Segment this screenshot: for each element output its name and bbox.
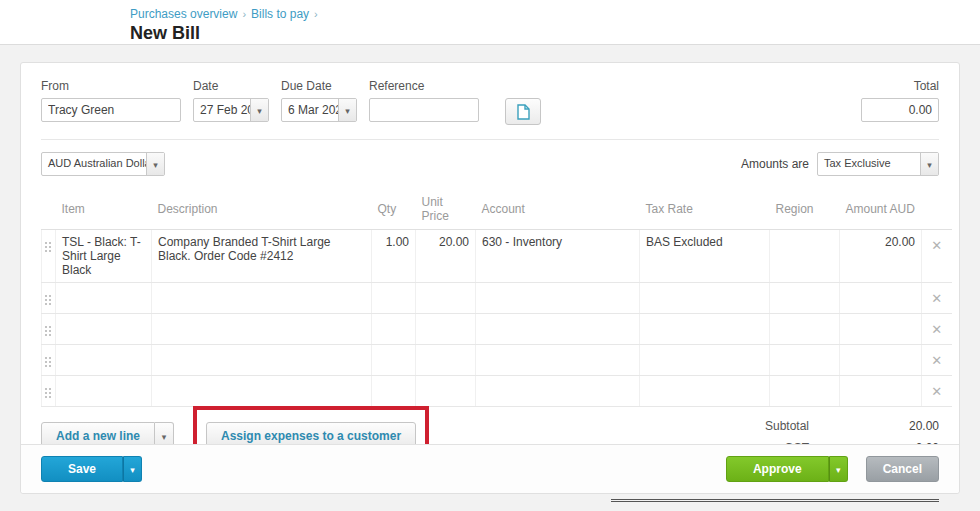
cell-item[interactable]: TSL - Black: T-Shirt Large Black xyxy=(56,230,152,283)
cell-qty[interactable] xyxy=(372,314,416,345)
chevron-down-icon xyxy=(345,103,350,117)
cell-region[interactable] xyxy=(770,376,840,407)
drag-handle-icon[interactable] xyxy=(44,356,51,367)
col-amount-aud: Amount AUD xyxy=(840,189,922,230)
cell-amount[interactable] xyxy=(840,376,922,407)
drag-handle-icon[interactable] xyxy=(44,241,51,252)
attach-file-button[interactable] xyxy=(505,98,541,125)
amounts-are-select[interactable]: Tax Exclusive xyxy=(817,152,939,176)
cell-qty[interactable]: 1.00 xyxy=(372,230,416,283)
col-tax-rate: Tax Rate xyxy=(640,189,770,230)
cell-amount[interactable] xyxy=(840,314,922,345)
cell-item[interactable] xyxy=(56,283,152,314)
date-input[interactable]: 27 Feb 2023 xyxy=(193,98,269,122)
drag-handle-icon[interactable] xyxy=(44,325,51,336)
document-icon xyxy=(517,104,530,120)
breadcrumb-bills-to-pay[interactable]: Bills to pay xyxy=(251,7,309,21)
cell-item[interactable] xyxy=(56,314,152,345)
amounts-are-label: Amounts are xyxy=(741,157,809,171)
cell-amount[interactable]: 20.00 xyxy=(840,230,922,283)
save-button[interactable]: Save xyxy=(41,456,123,482)
total-input[interactable] xyxy=(861,98,939,122)
due-date-dropdown-button[interactable] xyxy=(338,99,356,121)
table-row[interactable] xyxy=(42,345,952,376)
cell-qty[interactable] xyxy=(372,345,416,376)
cell-description[interactable] xyxy=(152,376,372,407)
reference-label: Reference xyxy=(369,79,479,93)
cancel-button[interactable]: Cancel xyxy=(866,456,939,482)
chevron-down-icon xyxy=(257,103,262,117)
cell-account[interactable]: 630 - Inventory xyxy=(476,230,640,283)
new-bill-panel: From Date 27 Feb 2023 Due Date 6 Mar 202… xyxy=(20,62,960,494)
due-date-input[interactable]: 6 Mar 2023 xyxy=(281,98,357,122)
reference-input[interactable] xyxy=(369,98,479,122)
breadcrumb-separator-icon: › xyxy=(242,8,246,20)
delete-row-icon[interactable] xyxy=(931,291,942,306)
cell-account[interactable] xyxy=(476,345,640,376)
cell-tax-rate[interactable]: BAS Excluded xyxy=(640,230,770,283)
currency-value: AUD Australian Dollar xyxy=(42,153,146,175)
cell-region[interactable] xyxy=(770,314,840,345)
amounts-are-dropdown-button[interactable] xyxy=(920,153,938,175)
cell-account[interactable] xyxy=(476,283,640,314)
cell-amount[interactable] xyxy=(840,283,922,314)
table-row[interactable]: TSL - Black: T-Shirt Large Black Company… xyxy=(42,230,952,283)
subtotal-label: Subtotal xyxy=(611,419,809,433)
cell-item[interactable] xyxy=(56,376,152,407)
col-qty: Qty xyxy=(372,189,416,230)
table-header-row: Item Description Qty Unit Price Account … xyxy=(42,189,952,230)
cell-tax-rate[interactable] xyxy=(640,376,770,407)
approve-button[interactable]: Approve xyxy=(726,456,829,482)
approve-dropdown-button[interactable] xyxy=(829,456,848,482)
chevron-down-icon xyxy=(927,158,932,170)
save-dropdown-button[interactable] xyxy=(123,456,142,482)
drag-handle-icon[interactable] xyxy=(44,294,51,305)
bill-header-fields: From Date 27 Feb 2023 Due Date 6 Mar 202… xyxy=(41,79,939,125)
cell-amount[interactable] xyxy=(840,345,922,376)
cell-tax-rate[interactable] xyxy=(640,283,770,314)
chevron-down-icon xyxy=(153,158,158,170)
cell-item[interactable] xyxy=(56,345,152,376)
cell-qty[interactable] xyxy=(372,376,416,407)
cell-region[interactable] xyxy=(770,345,840,376)
currency-dropdown-button[interactable] xyxy=(146,153,164,175)
table-row[interactable] xyxy=(42,376,952,407)
delete-row-icon[interactable] xyxy=(931,238,942,253)
date-dropdown-button[interactable] xyxy=(250,99,268,121)
delete-row-icon[interactable] xyxy=(931,322,942,337)
cell-account[interactable] xyxy=(476,376,640,407)
cell-unit-price[interactable]: 20.00 xyxy=(416,230,476,283)
action-footer: Save Approve Cancel xyxy=(21,444,959,493)
cell-unit-price[interactable] xyxy=(416,283,476,314)
cell-description[interactable] xyxy=(152,314,372,345)
table-row[interactable] xyxy=(42,283,952,314)
col-item: Item xyxy=(56,189,152,230)
subtotal-value: 20.00 xyxy=(809,419,939,433)
currency-select[interactable]: AUD Australian Dollar xyxy=(41,152,165,176)
cell-description[interactable]: Company Branded T-Shirt Large Black. Ord… xyxy=(152,230,372,283)
save-split-button: Save xyxy=(41,456,142,482)
cell-description[interactable] xyxy=(152,345,372,376)
from-input[interactable] xyxy=(41,98,181,122)
cell-account[interactable] xyxy=(476,314,640,345)
cell-tax-rate[interactable] xyxy=(640,314,770,345)
cell-region[interactable] xyxy=(770,283,840,314)
drag-handle-icon[interactable] xyxy=(44,387,51,398)
chevron-down-icon xyxy=(162,429,167,443)
cell-qty[interactable] xyxy=(372,283,416,314)
cell-region[interactable] xyxy=(770,230,840,283)
due-date-label: Due Date xyxy=(281,79,357,93)
col-unit-price: Unit Price xyxy=(416,189,476,230)
delete-row-icon[interactable] xyxy=(931,384,942,399)
cell-unit-price[interactable] xyxy=(416,314,476,345)
cell-unit-price[interactable] xyxy=(416,376,476,407)
breadcrumb: Purchases overview›Bills to pay› xyxy=(130,7,980,21)
cell-unit-price[interactable] xyxy=(416,345,476,376)
cell-tax-rate[interactable] xyxy=(640,345,770,376)
table-row[interactable] xyxy=(42,314,952,345)
section-divider xyxy=(41,139,939,140)
cell-description[interactable] xyxy=(152,283,372,314)
delete-row-icon[interactable] xyxy=(931,353,942,368)
line-items-table: Item Description Qty Unit Price Account … xyxy=(41,189,952,407)
breadcrumb-purchases-overview[interactable]: Purchases overview xyxy=(130,7,237,21)
